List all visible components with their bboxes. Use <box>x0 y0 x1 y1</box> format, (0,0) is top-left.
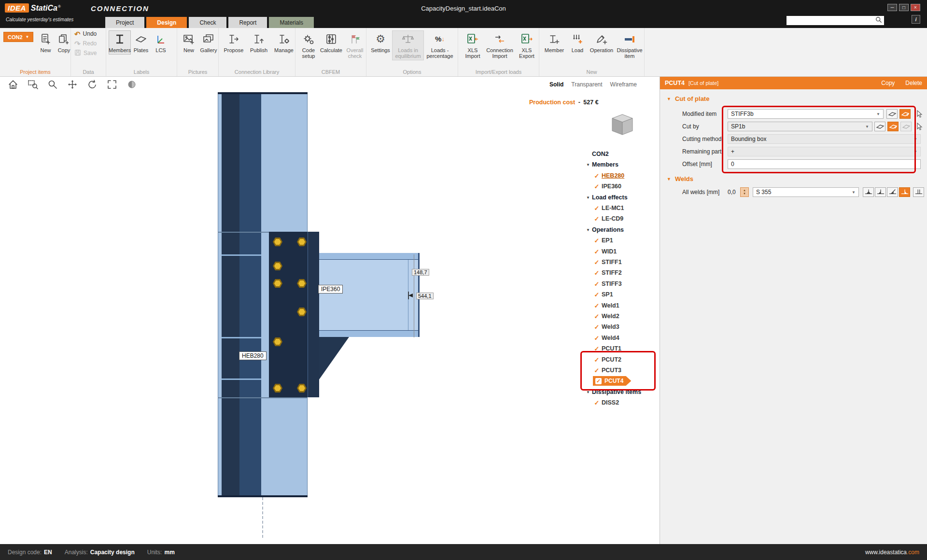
tree-section-dissipative-items[interactable]: Dissipative items <box>592 389 641 395</box>
model-viewport[interactable]: Solid Transparent Wireframe Production c… <box>0 77 660 544</box>
check-icon[interactable]: ✓ <box>592 291 602 298</box>
section-collapse-icon[interactable]: ▼ <box>667 177 671 182</box>
tree-item-pcut2[interactable]: PCUT2 <box>602 356 621 363</box>
check-icon[interactable]: ✓ <box>592 215 602 223</box>
expander-icon[interactable]: ▼ <box>585 163 592 167</box>
tree-item-le-mc1[interactable]: LE-MC1 <box>602 205 624 211</box>
tree-item-pcut1[interactable]: PCUT1 <box>602 345 621 352</box>
edit-plate-button[interactable] <box>899 109 911 119</box>
save-button[interactable]: Save <box>73 49 98 57</box>
tab-report[interactable]: Report <box>228 17 267 28</box>
view-mode-transparent[interactable]: Transparent <box>571 81 602 88</box>
xls-import-button[interactable]: XLS Import <box>461 30 485 60</box>
lcs-toggle[interactable]: LCS <box>151 30 170 55</box>
tree-item-weld2[interactable]: Weld2 <box>602 313 619 320</box>
tree-item-stiff3[interactable]: STIFF3 <box>602 280 622 287</box>
copy-operation-button[interactable]: Copy <box>881 80 895 86</box>
connection-selector-button[interactable]: CON2 ▼ <box>3 32 33 42</box>
check-icon[interactable]: ✓ <box>592 302 602 309</box>
tree-item-ipe360[interactable]: IPE360 <box>602 183 621 190</box>
check-icon[interactable]: ✓ <box>592 205 602 212</box>
new-dissipative-item-button[interactable]: Dissipative item <box>615 30 644 60</box>
redo-button[interactable]: ↷ Redo <box>73 40 98 47</box>
tree-section-load-effects[interactable]: Load effects <box>592 194 628 201</box>
tree-item-weld4[interactable]: Weld4 <box>602 335 619 341</box>
check-icon[interactable]: ✓ <box>592 323 602 331</box>
publish-button[interactable]: Publish <box>246 30 271 55</box>
tree-item-ep1[interactable]: EP1 <box>602 237 613 244</box>
code-setup-button[interactable]: Code setup <box>298 30 319 60</box>
tree-item-sp1[interactable]: SP1 <box>602 291 613 298</box>
tree-item-pcut3[interactable]: PCUT3 <box>602 367 621 374</box>
overall-check-button[interactable]: Overall check <box>343 30 366 60</box>
check-icon[interactable]: ✓ <box>592 172 602 180</box>
modified-item-select[interactable]: STIFF3b ▼ <box>728 109 884 119</box>
new-member-button[interactable]: Member <box>542 30 567 55</box>
expander-icon[interactable]: ▼ <box>585 390 592 394</box>
view-mode-solid[interactable]: Solid <box>549 81 563 88</box>
close-button[interactable]: × <box>911 4 920 11</box>
check-icon[interactable]: ✓ <box>592 345 602 352</box>
home-view-button[interactable] <box>7 79 19 91</box>
check-icon[interactable]: ✓ <box>592 313 602 320</box>
tree-item-weld1[interactable]: Weld1 <box>602 302 619 309</box>
cutting-method-select[interactable]: Bounding box ▼ <box>728 134 921 144</box>
check-icon[interactable]: ✓ <box>592 335 602 342</box>
section-welds[interactable]: ▼ Welds <box>667 175 693 182</box>
offset-input[interactable]: 0 <box>728 159 921 169</box>
maximize-button[interactable]: □ <box>899 4 909 11</box>
check-icon[interactable]: ✓ <box>592 269 602 277</box>
weld-material-select[interactable]: S 355 ▼ <box>753 187 859 197</box>
tab-check[interactable]: Check <box>189 17 226 28</box>
shading-button[interactable] <box>126 79 138 91</box>
plates-labels-toggle[interactable]: Plates <box>131 30 151 55</box>
loads-in-equilibrium-toggle[interactable]: Loads in equilibrium <box>392 30 424 60</box>
tab-materials[interactable]: Materials <box>269 17 314 28</box>
check-icon[interactable]: ✓ <box>592 356 602 364</box>
calculate-button[interactable]: Calculate <box>319 30 343 55</box>
weld-size-stepper[interactable]: ▲▼ <box>740 187 749 197</box>
minimize-button[interactable]: ─ <box>887 4 897 11</box>
check-icon[interactable]: ✓ <box>592 399 602 406</box>
tree-item-wid1[interactable]: WID1 <box>602 248 617 255</box>
check-icon[interactable]: ✓ <box>592 183 602 190</box>
new-picture-button[interactable]: New <box>180 30 198 55</box>
weld-type-butt-button[interactable] <box>913 187 924 197</box>
undo-button[interactable]: ↶ Undo <box>73 30 98 38</box>
weld-type-fillet-button[interactable] <box>875 187 886 197</box>
propose-button[interactable]: Propose <box>221 30 246 55</box>
view-mode-wireframe[interactable]: Wireframe <box>610 81 637 88</box>
pan-button[interactable] <box>66 79 79 91</box>
tree-item-diss2[interactable]: DISS2 <box>602 399 619 406</box>
check-icon[interactable]: ✓ <box>592 237 602 244</box>
tree-item-heb280[interactable]: HEB280 <box>602 172 624 179</box>
weld-type-bevel-button[interactable] <box>887 187 898 197</box>
disabled-plate-button[interactable] <box>900 122 912 131</box>
new-item-button[interactable]: New <box>36 30 55 55</box>
check-icon[interactable]: ✓ <box>592 280 602 288</box>
fit-view-button[interactable] <box>106 79 118 91</box>
settings-button[interactable]: ⚙ Settings <box>369 30 392 55</box>
search-input[interactable] <box>788 17 875 24</box>
tree-section-operations[interactable]: Operations <box>592 226 624 233</box>
tree-item-weld3[interactable]: Weld3 <box>602 323 619 330</box>
zoom-window-button[interactable] <box>27 79 39 91</box>
tab-project[interactable]: Project <box>105 17 144 28</box>
cut-by-select[interactable]: SP1b ▼ <box>728 122 872 131</box>
tree-item-stiff2[interactable]: STIFF2 <box>602 269 622 276</box>
xls-export-button[interactable]: XLS Export <box>515 30 539 60</box>
tree-item-le-cd9[interactable]: LE-CD9 <box>602 215 623 222</box>
remaining-part-select[interactable]: + ▼ <box>728 147 921 156</box>
tree-item-stiff1[interactable]: STIFF1 <box>602 259 622 266</box>
section-cut-of-plate[interactable]: ▼ Cut of plate <box>667 95 709 102</box>
edit-cutting-plate-button[interactable] <box>887 122 899 131</box>
section-collapse-icon[interactable]: ▼ <box>667 97 671 101</box>
check-icon[interactable]: ✓ <box>592 259 602 266</box>
loads-percentage-button[interactable]: %↓ Loads - percentage <box>424 30 456 60</box>
delete-operation-button[interactable]: Delete <box>905 80 922 86</box>
tree-item-pcut4[interactable]: PCUT4 <box>604 378 623 384</box>
website-link[interactable]: www.ideastatica.com <box>865 549 919 556</box>
pick-cutting-plate-button[interactable] <box>874 122 885 131</box>
tab-design[interactable]: Design <box>146 17 187 28</box>
manage-button[interactable]: Manage <box>271 30 296 55</box>
